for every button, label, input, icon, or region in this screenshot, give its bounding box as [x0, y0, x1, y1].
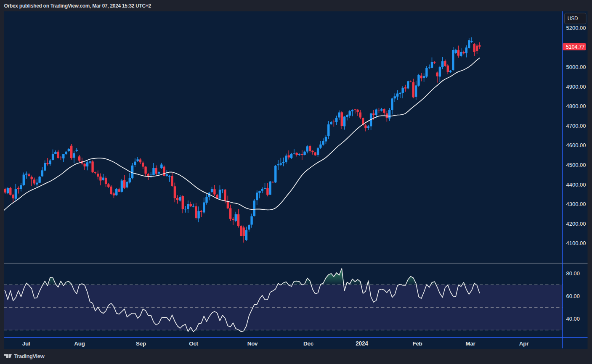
- svg-text:4400.00: 4400.00: [566, 182, 586, 188]
- svg-text:Sep: Sep: [136, 340, 146, 347]
- svg-text:Orbex published on TradingView: Orbex published on TradingView.com, Mar …: [4, 3, 151, 9]
- svg-text:Dec: Dec: [303, 340, 314, 347]
- svg-text:60.00: 60.00: [566, 293, 580, 299]
- svg-text:4600.00: 4600.00: [566, 142, 586, 148]
- svg-text:4300.00: 4300.00: [566, 201, 586, 207]
- svg-text:40.00: 40.00: [566, 316, 580, 322]
- svg-text:2024: 2024: [356, 340, 368, 347]
- svg-text:5200.00: 5200.00: [566, 25, 586, 31]
- svg-text:4700.00: 4700.00: [566, 123, 586, 129]
- svg-text:80.00: 80.00: [566, 270, 580, 277]
- svg-text:4200.00: 4200.00: [566, 221, 586, 227]
- svg-text:Nov: Nov: [247, 340, 258, 347]
- svg-text:Apr: Apr: [519, 340, 529, 347]
- svg-text:Jul: Jul: [22, 340, 30, 347]
- svg-text:4800.00: 4800.00: [566, 103, 586, 109]
- svg-text:Mar: Mar: [465, 340, 475, 347]
- svg-text:Feb: Feb: [412, 340, 422, 347]
- svg-text:4500.00: 4500.00: [566, 162, 586, 168]
- svg-text:4100.00: 4100.00: [566, 240, 586, 246]
- svg-text:4900.00: 4900.00: [566, 84, 586, 90]
- svg-text:TradingView: TradingView: [14, 353, 45, 359]
- svg-text:Aug: Aug: [74, 340, 85, 347]
- svg-text:Oct: Oct: [189, 340, 198, 347]
- svg-text:5000.00: 5000.00: [566, 64, 586, 70]
- svg-text:5104.77: 5104.77: [566, 44, 585, 50]
- svg-text:USD: USD: [568, 16, 578, 21]
